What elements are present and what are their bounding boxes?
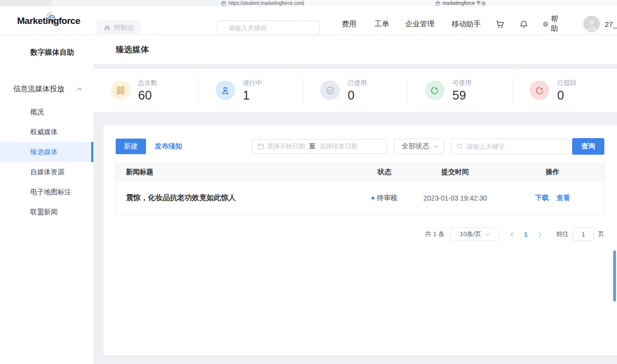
browser-bar: https://student.marketingforce.com/#/hom…: [0, 0, 617, 6]
console-button[interactable]: 控制台: [97, 20, 141, 35]
help-button[interactable]: ? 帮助: [543, 15, 561, 33]
news-title: 震惊，化妆品抗老功效竟如此惊人: [116, 193, 360, 202]
main-content: 臻选媒体 总次数 60 进行中 1: [93, 35, 617, 364]
submit-time: 2023-01-03 19:42:30: [409, 194, 501, 202]
stat-value: 0: [557, 88, 576, 102]
page-number[interactable]: 1: [519, 231, 533, 238]
download-link[interactable]: 下载: [535, 194, 549, 202]
stat-label: 可使用: [452, 79, 472, 87]
username[interactable]: 27_XS2022: [605, 20, 617, 28]
chevron-down-icon: [485, 233, 490, 236]
cart-icon[interactable]: [495, 20, 505, 29]
sidebar-section-title: 数字媒体自助: [30, 48, 93, 57]
column-time: 提交时间: [409, 168, 501, 177]
chevron-up-icon: [77, 87, 82, 91]
pie-chart-icon: [530, 81, 549, 100]
query-button[interactable]: 查询: [572, 138, 604, 155]
column-title: 新闻标题: [116, 168, 360, 177]
stat-label: 已使用: [348, 79, 367, 87]
header-nav: 费用 工单 企业管理 移动助手 ? 帮助 27_XS2022: [332, 13, 617, 35]
check-circle-icon: [320, 81, 340, 100]
sidebar-item-overview[interactable]: 概况: [0, 102, 93, 122]
prev-page-button[interactable]: [504, 227, 519, 241]
column-status: 状态: [360, 168, 409, 177]
chevron-right-icon: [538, 232, 542, 237]
tab-favicon-icon: [435, 1, 440, 6]
home-icon: [103, 24, 111, 31]
stat-value: 59: [452, 88, 472, 102]
pie-chart-icon: [425, 81, 445, 100]
next-page-button[interactable]: [533, 227, 547, 241]
header-search[interactable]: [217, 20, 320, 35]
stat-value: 60: [138, 88, 157, 102]
stat-label: 已驳回: [557, 79, 576, 87]
stat-used: 已使用 0: [303, 69, 408, 112]
question-icon: ?: [543, 20, 549, 28]
app-header: Marketingforce 控制台 费用 工单 企业管理 移动助手 ? 帮助: [0, 6, 617, 35]
nav-item-fees[interactable]: 费用: [342, 20, 356, 29]
sidebar-menu: 概况 权威媒体 臻选媒体 自媒体资源 电子地图标注 联盟新闻: [0, 102, 93, 222]
logo-text: Marketingforce: [17, 16, 80, 26]
site-favicon-icon: [221, 1, 226, 6]
page-title: 臻选媒体: [116, 44, 149, 55]
stat-available: 可使用 59: [408, 69, 513, 112]
page-size-value: 10条/页: [460, 230, 481, 239]
publish-notice-link[interactable]: 发布须知: [155, 142, 182, 151]
date-range-picker[interactable]: 选择开始日期 至 选择结束日期: [252, 139, 387, 154]
stat-total: 总次数 60: [93, 69, 198, 112]
date-separator: 至: [309, 142, 315, 151]
goto-label: 前往: [556, 230, 569, 239]
pagination: 共 1 条 10条/页 1 前往 页: [116, 227, 604, 241]
svg-text:?: ?: [545, 22, 547, 25]
keyword-input[interactable]: [467, 143, 564, 150]
status-select[interactable]: 全部状态: [394, 139, 444, 154]
create-button[interactable]: 新建: [116, 139, 146, 154]
column-actions: 操作: [501, 168, 604, 177]
view-link[interactable]: 查看: [556, 194, 570, 202]
nav-item-enterprise[interactable]: 企业管理: [405, 20, 434, 29]
stat-value: 1: [243, 88, 262, 102]
sidebar-group-label: 信息流媒体投放: [13, 84, 64, 94]
goto-page-input[interactable]: [573, 227, 594, 241]
status-dot-icon: [371, 197, 374, 200]
logo[interactable]: Marketingforce: [17, 14, 90, 28]
sidebar: 数字媒体自助 信息流媒体投放 概况 权威媒体 臻选媒体 自媒体资源 电子地图标注…: [0, 35, 93, 364]
toolbar: 新建 发布须知 选择开始日期 至 选择结束日期 全部状态 查询: [116, 138, 604, 155]
sidebar-item-map-annotation[interactable]: 电子地图标注: [0, 182, 93, 202]
goto-suffix: 页: [598, 230, 604, 239]
status-select-value: 全部状态: [402, 142, 429, 151]
browser-tab-marketingforce[interactable]: marketingforce 平台: [304, 0, 617, 6]
news-table: 新闻标题 状态 提交时间 操作 震惊，化妆品抗老功效竟如此惊人 待审核 2023…: [116, 163, 604, 215]
screen: https://student.marketingforce.com/#/hom…: [0, 0, 617, 364]
keyword-search[interactable]: [451, 139, 570, 154]
actions-cell: 下载 查看: [501, 194, 604, 202]
stat-label: 进行中: [243, 79, 262, 87]
status-badge: 待审核: [377, 194, 397, 202]
pagination-total: 共 1 条: [425, 230, 445, 239]
console-label: 控制台: [114, 23, 134, 32]
sidebar-item-alliance-news[interactable]: 联盟新闻: [0, 202, 93, 222]
nav-item-work-orders[interactable]: 工单: [374, 20, 389, 29]
bell-icon[interactable]: [519, 20, 528, 29]
title-band: 臻选媒体: [93, 35, 617, 64]
sidebar-item-self-media[interactable]: 自媒体资源: [0, 162, 93, 182]
header-search-input[interactable]: [228, 24, 314, 32]
date-start-placeholder: 选择开始日期: [267, 142, 305, 151]
browser-active-tab[interactable]: https://student.marketingforce.com/#/hom…: [0, 0, 304, 6]
page-size-select[interactable]: 10条/页: [451, 227, 499, 241]
chevron-down-icon: [433, 145, 439, 148]
sidebar-group-feed-media[interactable]: 信息流媒体投放: [0, 82, 93, 95]
stat-rejected: 已驳回 0: [512, 69, 617, 112]
list-card: 新建 发布须知 选择开始日期 至 选择结束日期 全部状态 查询: [103, 125, 617, 355]
address-bar[interactable]: https://student.marketingforce.com/#/hom…: [52, 0, 302, 6]
sidebar-item-authority-media[interactable]: 权威媒体: [0, 122, 93, 142]
stat-in-progress: 进行中 1: [198, 69, 303, 112]
scrollbar-thumb[interactable]: [613, 250, 616, 302]
user-icon: [216, 81, 235, 100]
stats-band: 总次数 60 进行中 1 已使用 0: [93, 69, 617, 112]
sidebar-item-select-media[interactable]: 臻选媒体: [0, 142, 93, 162]
table-header: 新闻标题 状态 提交时间 操作: [116, 163, 604, 182]
avatar[interactable]: [583, 16, 600, 32]
stat-value: 0: [348, 88, 367, 102]
nav-item-mobile-assistant[interactable]: 移动助手: [452, 20, 481, 29]
